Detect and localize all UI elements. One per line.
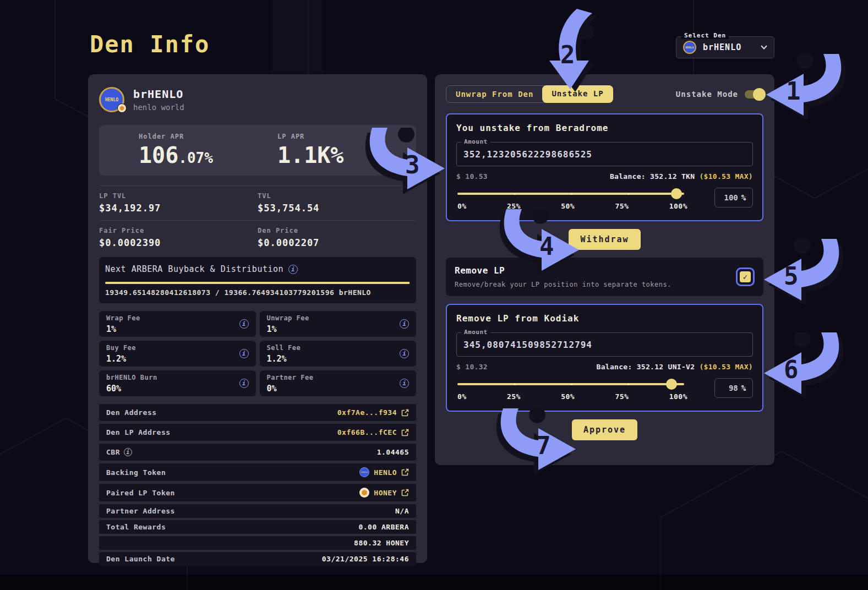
unstake-mode-label: Unstake Mode bbox=[676, 90, 738, 99]
toggle-knob bbox=[753, 88, 766, 101]
remove-lp-from-kodiak-panel: Remove LP from Kodiak Amount $ 10.32 Bal… bbox=[446, 304, 763, 412]
unstake-panel-title: You unstake from Beradrome bbox=[456, 123, 753, 133]
henlo-token-icon: HENLO bbox=[359, 467, 369, 477]
henlo-token-icon: HENLO ⬢ bbox=[99, 87, 124, 112]
row-partner-address: Partner Address N/A bbox=[99, 504, 416, 518]
remove-lp-description: Remove/break your LP position into separ… bbox=[455, 281, 672, 288]
unstake-amount-field: Amount bbox=[456, 142, 753, 166]
bottom-shade bbox=[0, 575, 868, 590]
honey-token-icon: ⬢ bbox=[359, 488, 369, 498]
den-details-list: Den Address 0xf7Ae...f934 Den LP Address… bbox=[99, 404, 416, 566]
external-link-icon bbox=[401, 468, 409, 476]
partner-address-value: N/A bbox=[395, 507, 409, 515]
kodiak-panel-title: Remove LP from Kodiak bbox=[456, 313, 753, 324]
info-icon[interactable]: i bbox=[400, 379, 409, 388]
den-address-link[interactable]: 0xf7Ae...f934 bbox=[337, 408, 409, 417]
honeycomb-badge-icon: ⬢ bbox=[117, 103, 127, 113]
unstake-slider[interactable]: 0% 25% 50% 75% 100% bbox=[457, 188, 684, 212]
den-price-value: $0.0002207 bbox=[258, 237, 416, 248]
remove-lp-checkbox[interactable]: ✓ bbox=[736, 267, 755, 286]
slider-knob[interactable] bbox=[666, 379, 677, 390]
select-den-label: Select Den bbox=[681, 32, 729, 39]
tab-unstake-lp[interactable]: Unstake LP bbox=[542, 85, 613, 103]
external-link-icon bbox=[401, 429, 409, 436]
select-den-value: brHENLO bbox=[703, 42, 761, 52]
row-paired-lp-token: Paired LP Token ⬢ HONEY bbox=[99, 484, 416, 501]
buyback-box: Next ARBERA Buyback & Distribution i 193… bbox=[99, 257, 416, 303]
unstake-percent-input[interactable] bbox=[722, 193, 738, 202]
lp-apr-label: LP APR bbox=[277, 133, 416, 140]
unstake-percent-box: % bbox=[714, 188, 753, 207]
info-icon[interactable]: i bbox=[400, 349, 409, 358]
annotation-number: 1 bbox=[786, 79, 801, 103]
info-icon[interactable]: i bbox=[400, 319, 409, 329]
den-price-label: Den Price bbox=[258, 227, 416, 234]
partner-fee-card: Partner Fee0% i bbox=[260, 370, 417, 396]
buyback-progress-bar bbox=[105, 282, 410, 284]
lp-tvl-label: LP TVL bbox=[99, 192, 258, 200]
fees-grid: Wrap Fee1% i Unwrap Fee1% i Buy Fee1.2% … bbox=[99, 311, 416, 396]
den-info-card: HENLO ⬢ brHENLO henlo world Holder APR 1… bbox=[88, 74, 427, 563]
unstake-from-beradrome-panel: You unstake from Beradrome Amount $ 10.5… bbox=[446, 113, 763, 221]
external-link-icon bbox=[401, 489, 409, 496]
sell-fee-card: Sell Fee1.2% i bbox=[260, 341, 417, 367]
kodiak-slider[interactable]: 0% 25% 50% 75% 100% bbox=[457, 378, 684, 402]
den-launch-date-value: 03/21/2025 16:28:46 bbox=[322, 555, 409, 563]
amount-label: Amount bbox=[461, 138, 490, 145]
withdraw-button[interactable]: Withdraw bbox=[569, 229, 640, 250]
backing-token-link[interactable]: HENLO HENLO bbox=[359, 467, 409, 477]
max-balance[interactable]: ($10.53 MAX) bbox=[699, 172, 753, 181]
kodiak-balance: Balance: 352.12 UNI-V2 ($10.53 MAX) bbox=[597, 363, 753, 371]
annotation-number: 2 bbox=[560, 43, 575, 67]
unwrap-fee-card: Unwrap Fee1% i bbox=[260, 311, 417, 337]
info-icon[interactable]: i bbox=[288, 265, 298, 274]
row-den-launch-date: Den Launch Date 03/21/2025 16:28:46 bbox=[99, 552, 416, 566]
remove-lp-box: Remove LP Remove/break your LP position … bbox=[446, 258, 763, 296]
holder-apr-value: 106.07% bbox=[139, 143, 277, 168]
annotation-number: 6 bbox=[784, 358, 799, 382]
external-link-icon bbox=[401, 409, 409, 417]
kodiak-percent-input[interactable] bbox=[722, 384, 738, 392]
chevron-down-icon bbox=[761, 45, 767, 50]
unstake-usd-value: $ 10.53 bbox=[456, 172, 488, 181]
unstake-amount-input[interactable] bbox=[463, 149, 746, 160]
unstake-panel-card: Unwrap From Den Unstake LP Unstake Mode … bbox=[435, 74, 774, 465]
info-icon[interactable]: i bbox=[239, 349, 249, 358]
den-subtitle: henlo world bbox=[133, 103, 184, 112]
cbr-value: 1.04465 bbox=[377, 448, 409, 456]
tab-unwrap-from-den[interactable]: Unwrap From Den bbox=[446, 86, 543, 102]
row-backing-token: Backing Token HENLO HENLO bbox=[99, 463, 416, 481]
unstake-mode-toggle[interactable] bbox=[745, 90, 763, 99]
slider-ticks: 0% 25% 50% 75% 100% bbox=[457, 392, 687, 401]
amount-label: Amount bbox=[461, 329, 490, 336]
select-den-dropdown[interactable]: Select Den HENLO brHENLO bbox=[676, 36, 774, 58]
apr-box: Holder APR 106.07% LP APR 1.1K% bbox=[99, 125, 416, 176]
info-icon[interactable]: i bbox=[239, 319, 249, 329]
total-rewards-honey: 880.32 HONEY bbox=[354, 539, 409, 547]
annotation-number: 5 bbox=[784, 264, 799, 288]
slider-knob[interactable] bbox=[671, 188, 682, 199]
max-balance[interactable]: ($10.53 MAX) bbox=[699, 363, 753, 371]
page-title: Den Info bbox=[90, 31, 210, 58]
paired-lp-token-link[interactable]: ⬢ HONEY bbox=[359, 488, 409, 498]
holder-apr-label: Holder APR bbox=[139, 133, 277, 140]
info-icon[interactable]: i bbox=[239, 379, 249, 388]
kodiak-amount-input[interactable] bbox=[463, 340, 746, 350]
unstake-balance: Balance: 352.12 TKN ($10.53 MAX) bbox=[610, 172, 753, 181]
info-icon[interactable]: i bbox=[124, 448, 132, 456]
slider-ticks: 0% 25% 50% 75% 100% bbox=[457, 202, 687, 210]
buyback-amounts: 19349.65148280412618073 / 19366.76493410… bbox=[105, 288, 410, 297]
burn-fee-card: brHENLO Burn60% i bbox=[99, 370, 256, 396]
annotation-arrow-6: 6 bbox=[762, 332, 855, 398]
kodiak-amount-field: Amount bbox=[456, 332, 753, 357]
row-den-address: Den Address 0xf7Ae...f934 bbox=[99, 404, 416, 421]
remove-lp-title: Remove LP bbox=[455, 265, 672, 276]
price-row: Fair Price $0.0002390 Den Price $0.00022… bbox=[99, 220, 416, 248]
annotation-arrow-5: 5 bbox=[762, 239, 855, 305]
den-lp-address-link[interactable]: 0xf66B...fCEC bbox=[337, 428, 409, 436]
fair-price-value: $0.0002390 bbox=[99, 237, 258, 248]
den-header: HENLO ⬢ brHENLO henlo world bbox=[99, 85, 416, 114]
tvl-row: LP TVL $34,192.97 TVL $53,754.54 bbox=[99, 185, 416, 214]
approve-button[interactable]: Approve bbox=[572, 419, 637, 440]
kodiak-percent-box: % bbox=[714, 378, 753, 398]
